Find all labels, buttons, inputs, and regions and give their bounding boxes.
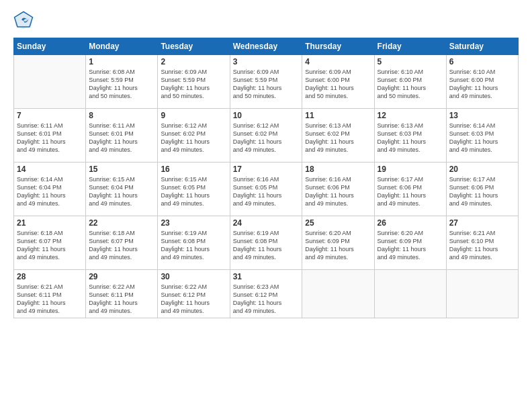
calendar-cell: 10Sunrise: 6:12 AM Sunset: 6:02 PM Dayli…	[230, 109, 302, 163]
header-day-wednesday: Wednesday	[230, 38, 302, 55]
day-number: 27	[449, 218, 515, 228]
day-number: 25	[305, 218, 371, 228]
day-info: Sunrise: 6:16 AM Sunset: 6:06 PM Dayligh…	[305, 175, 371, 208]
week-row-1: 1Sunrise: 6:08 AM Sunset: 5:59 PM Daylig…	[14, 55, 519, 109]
day-info: Sunrise: 6:18 AM Sunset: 6:07 PM Dayligh…	[89, 229, 154, 262]
day-info: Sunrise: 6:09 AM Sunset: 6:00 PM Dayligh…	[305, 68, 371, 101]
day-info: Sunrise: 6:21 AM Sunset: 6:11 PM Dayligh…	[17, 283, 83, 316]
day-number: 28	[17, 272, 83, 281]
day-info: Sunrise: 6:19 AM Sunset: 6:08 PM Dayligh…	[161, 229, 226, 262]
day-number: 26	[378, 218, 443, 228]
calendar-cell: 18Sunrise: 6:16 AM Sunset: 6:06 PM Dayli…	[302, 163, 374, 216]
page: SundayMondayTuesdayWednesdayThursdayFrid…	[0, 0, 532, 411]
calendar-cell: 20Sunrise: 6:17 AM Sunset: 6:06 PM Dayli…	[446, 163, 518, 216]
calendar-cell	[446, 270, 518, 318]
calendar-header: SundayMondayTuesdayWednesdayThursdayFrid…	[14, 38, 519, 55]
week-row-3: 14Sunrise: 6:14 AM Sunset: 6:04 PM Dayli…	[14, 163, 519, 216]
day-info: Sunrise: 6:14 AM Sunset: 6:04 PM Dayligh…	[17, 175, 83, 208]
calendar: SundayMondayTuesdayWednesdayThursdayFrid…	[13, 38, 519, 318]
day-number: 18	[305, 165, 371, 174]
day-number: 13	[449, 111, 515, 120]
calendar-cell: 6Sunrise: 6:10 AM Sunset: 6:00 PM Daylig…	[446, 55, 518, 109]
calendar-cell: 30Sunrise: 6:22 AM Sunset: 6:12 PM Dayli…	[158, 270, 230, 318]
day-info: Sunrise: 6:10 AM Sunset: 6:00 PM Dayligh…	[378, 68, 443, 101]
header-day-friday: Friday	[374, 38, 446, 55]
calendar-cell: 13Sunrise: 6:14 AM Sunset: 6:03 PM Dayli…	[446, 109, 518, 163]
day-info: Sunrise: 6:12 AM Sunset: 6:02 PM Dayligh…	[161, 122, 226, 154]
calendar-cell: 24Sunrise: 6:19 AM Sunset: 6:08 PM Dayli…	[230, 216, 302, 270]
day-number: 17	[233, 165, 300, 174]
day-info: Sunrise: 6:22 AM Sunset: 6:12 PM Dayligh…	[161, 283, 226, 316]
day-info: Sunrise: 6:09 AM Sunset: 5:59 PM Dayligh…	[233, 68, 300, 101]
calendar-cell: 25Sunrise: 6:20 AM Sunset: 6:09 PM Dayli…	[302, 216, 374, 270]
day-number: 4	[305, 57, 371, 66]
day-number: 7	[17, 111, 83, 120]
day-info: Sunrise: 6:19 AM Sunset: 6:08 PM Dayligh…	[233, 229, 300, 262]
calendar-cell: 26Sunrise: 6:20 AM Sunset: 6:09 PM Dayli…	[374, 216, 446, 270]
calendar-cell: 7Sunrise: 6:11 AM Sunset: 6:01 PM Daylig…	[14, 109, 86, 163]
day-number: 23	[161, 218, 226, 228]
day-info: Sunrise: 6:21 AM Sunset: 6:10 PM Dayligh…	[449, 229, 515, 262]
calendar-cell: 31Sunrise: 6:23 AM Sunset: 6:12 PM Dayli…	[230, 270, 302, 318]
header-day-monday: Monday	[86, 38, 158, 55]
header-day-sunday: Sunday	[14, 38, 86, 55]
day-number: 6	[449, 57, 515, 66]
calendar-cell: 2Sunrise: 6:09 AM Sunset: 5:59 PM Daylig…	[158, 55, 230, 109]
calendar-cell: 4Sunrise: 6:09 AM Sunset: 6:00 PM Daylig…	[302, 55, 374, 109]
day-number: 9	[161, 111, 226, 120]
day-number: 29	[89, 272, 154, 281]
day-number: 14	[17, 165, 83, 174]
day-info: Sunrise: 6:22 AM Sunset: 6:11 PM Dayligh…	[89, 283, 154, 316]
day-number: 12	[378, 111, 443, 120]
day-info: Sunrise: 6:09 AM Sunset: 5:59 PM Dayligh…	[161, 68, 226, 101]
calendar-cell	[302, 270, 374, 318]
calendar-cell	[374, 270, 446, 318]
calendar-cell: 9Sunrise: 6:12 AM Sunset: 6:02 PM Daylig…	[158, 109, 230, 163]
day-number: 10	[233, 111, 300, 120]
logo-icon	[13, 11, 34, 31]
week-row-5: 28Sunrise: 6:21 AM Sunset: 6:11 PM Dayli…	[14, 270, 519, 318]
day-info: Sunrise: 6:15 AM Sunset: 6:05 PM Dayligh…	[161, 175, 226, 208]
header-day-tuesday: Tuesday	[158, 38, 230, 55]
calendar-cell: 3Sunrise: 6:09 AM Sunset: 5:59 PM Daylig…	[230, 55, 302, 109]
day-info: Sunrise: 6:08 AM Sunset: 5:59 PM Dayligh…	[89, 68, 154, 101]
day-number: 1	[89, 57, 154, 66]
calendar-cell: 11Sunrise: 6:13 AM Sunset: 6:02 PM Dayli…	[302, 109, 374, 163]
header	[13, 11, 519, 31]
day-info: Sunrise: 6:11 AM Sunset: 6:01 PM Dayligh…	[17, 122, 83, 154]
day-number: 22	[89, 218, 154, 228]
day-number: 16	[161, 165, 226, 174]
calendar-cell: 16Sunrise: 6:15 AM Sunset: 6:05 PM Dayli…	[158, 163, 230, 216]
calendar-cell: 8Sunrise: 6:11 AM Sunset: 6:01 PM Daylig…	[86, 109, 158, 163]
calendar-cell: 29Sunrise: 6:22 AM Sunset: 6:11 PM Dayli…	[86, 270, 158, 318]
calendar-cell: 1Sunrise: 6:08 AM Sunset: 5:59 PM Daylig…	[86, 55, 158, 109]
week-row-2: 7Sunrise: 6:11 AM Sunset: 6:01 PM Daylig…	[14, 109, 519, 163]
day-number: 11	[305, 111, 371, 120]
day-number: 30	[161, 272, 226, 281]
day-number: 19	[378, 165, 443, 174]
day-info: Sunrise: 6:23 AM Sunset: 6:12 PM Dayligh…	[233, 283, 300, 316]
day-info: Sunrise: 6:12 AM Sunset: 6:02 PM Dayligh…	[233, 122, 300, 154]
calendar-cell: 14Sunrise: 6:14 AM Sunset: 6:04 PM Dayli…	[14, 163, 86, 216]
day-info: Sunrise: 6:13 AM Sunset: 6:03 PM Dayligh…	[378, 122, 443, 154]
day-info: Sunrise: 6:15 AM Sunset: 6:04 PM Dayligh…	[89, 175, 154, 208]
day-number: 3	[233, 57, 300, 66]
day-number: 20	[449, 165, 515, 174]
calendar-cell: 5Sunrise: 6:10 AM Sunset: 6:00 PM Daylig…	[374, 55, 446, 109]
day-number: 21	[17, 218, 83, 228]
day-info: Sunrise: 6:18 AM Sunset: 6:07 PM Dayligh…	[17, 229, 83, 262]
calendar-body: 1Sunrise: 6:08 AM Sunset: 5:59 PM Daylig…	[14, 55, 519, 318]
header-row: SundayMondayTuesdayWednesdayThursdayFrid…	[14, 38, 519, 55]
day-info: Sunrise: 6:20 AM Sunset: 6:09 PM Dayligh…	[305, 229, 371, 262]
day-info: Sunrise: 6:17 AM Sunset: 6:06 PM Dayligh…	[378, 175, 443, 208]
calendar-cell: 17Sunrise: 6:16 AM Sunset: 6:05 PM Dayli…	[230, 163, 302, 216]
day-info: Sunrise: 6:20 AM Sunset: 6:09 PM Dayligh…	[378, 229, 443, 262]
header-day-saturday: Saturday	[446, 38, 518, 55]
calendar-cell: 23Sunrise: 6:19 AM Sunset: 6:08 PM Dayli…	[158, 216, 230, 270]
calendar-cell: 28Sunrise: 6:21 AM Sunset: 6:11 PM Dayli…	[14, 270, 86, 318]
day-info: Sunrise: 6:10 AM Sunset: 6:00 PM Dayligh…	[449, 68, 515, 101]
calendar-cell: 19Sunrise: 6:17 AM Sunset: 6:06 PM Dayli…	[374, 163, 446, 216]
calendar-cell: 15Sunrise: 6:15 AM Sunset: 6:04 PM Dayli…	[86, 163, 158, 216]
day-info: Sunrise: 6:13 AM Sunset: 6:02 PM Dayligh…	[305, 122, 371, 154]
day-number: 2	[161, 57, 226, 66]
